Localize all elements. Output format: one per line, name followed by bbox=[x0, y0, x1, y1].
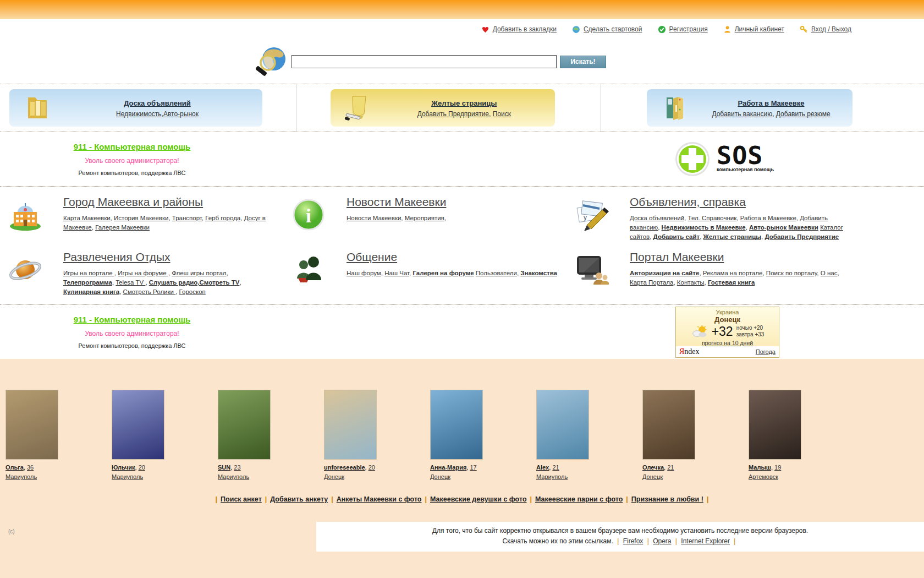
section-link[interactable]: Наш Чат bbox=[384, 270, 409, 276]
section-link[interactable]: Доска объявлений bbox=[630, 215, 684, 221]
banner-board[interactable]: Доска объявленийНедвижимость,Авто-рынок bbox=[9, 89, 262, 127]
section-title[interactable]: Город Макеевка и районы bbox=[63, 195, 203, 209]
banner-yellow-pages[interactable]: Желтые страницыДобавить Предприятие, Пои… bbox=[331, 89, 555, 127]
profile-name-link[interactable]: Олечка bbox=[642, 464, 664, 471]
section-title[interactable]: Новости Макеевки bbox=[346, 195, 446, 209]
profile-city-link[interactable]: Донецк bbox=[642, 473, 663, 480]
section-link[interactable]: Пользователи bbox=[476, 270, 517, 276]
profile-photo[interactable] bbox=[642, 390, 695, 460]
profile-age-link[interactable]: 21 bbox=[667, 464, 674, 471]
profile-name-link[interactable]: Ольга bbox=[6, 464, 24, 471]
section-link[interactable]: Желтые страницы bbox=[703, 233, 762, 240]
footer-browser-link[interactable]: Opera bbox=[653, 537, 671, 545]
profile-city-link[interactable]: Мариуполь bbox=[112, 473, 143, 480]
banner-link[interactable]: Поиск bbox=[493, 110, 511, 118]
section-link[interactable]: Контакты bbox=[677, 279, 705, 286]
banner-link[interactable]: Добавить Предприятие bbox=[417, 110, 489, 118]
banner-title[interactable]: Работа в Макеевке bbox=[738, 99, 804, 107]
profile-photo[interactable] bbox=[749, 390, 801, 460]
section-link[interactable]: Недвижимость в Макеевке bbox=[662, 224, 746, 231]
section-link[interactable]: Галерея Макеевки bbox=[95, 224, 150, 231]
section-link[interactable]: Новости Макеевки bbox=[346, 215, 401, 221]
anketa-link[interactable]: Макеевские девушки с фото bbox=[430, 495, 527, 503]
profile-city-link[interactable]: Мариуполь bbox=[6, 473, 37, 480]
weather-pogoda-link[interactable]: Погода bbox=[756, 348, 776, 355]
profile-age-link[interactable]: 21 bbox=[552, 464, 559, 471]
promo-911-link[interactable]: 911 - Компьютерная помощь bbox=[74, 142, 191, 151]
profile-age-link[interactable]: 19 bbox=[774, 464, 781, 471]
profile-photo[interactable] bbox=[6, 390, 58, 460]
footer-browser-link[interactable]: Firefox bbox=[623, 537, 644, 545]
footer-browser-link[interactable]: Internet Explorer bbox=[681, 537, 730, 545]
section-link[interactable]: Мероприятия bbox=[405, 215, 444, 221]
section-title[interactable]: Портал Макеевки bbox=[630, 250, 724, 264]
section-link[interactable]: О нас bbox=[821, 270, 838, 276]
banner-link[interactable]: Добавить резюме bbox=[776, 110, 831, 118]
section-link[interactable]: Тел. Справочник bbox=[688, 215, 737, 221]
profile-age-link[interactable]: 23 bbox=[234, 464, 240, 471]
section-link[interactable]: Авторизация на сайте bbox=[630, 270, 699, 276]
section-link[interactable]: Гороскоп bbox=[179, 288, 206, 295]
section-link[interactable]: Флеш игры портал bbox=[172, 270, 226, 276]
section-link[interactable]: Авто-рынок Макеевки bbox=[749, 224, 818, 231]
anketa-link[interactable]: Анкеты Макеевки с фото bbox=[337, 495, 422, 503]
banner-title[interactable]: Доска объявлений bbox=[124, 99, 191, 107]
profile-name-link[interactable]: Alex bbox=[536, 464, 549, 471]
profile-photo[interactable] bbox=[536, 390, 589, 460]
profile-city-link[interactable]: Мариуполь bbox=[536, 473, 568, 480]
profile-name-link[interactable]: Юльчик bbox=[112, 464, 135, 471]
profile-city-link[interactable]: Донецк bbox=[430, 473, 450, 480]
topbar-link-bookmark[interactable]: Добавить в закладки bbox=[481, 25, 557, 34]
topbar-link-login[interactable]: Вход / Выход bbox=[800, 25, 851, 34]
sos-logo[interactable]: SOS компьютерная помощь bbox=[675, 141, 774, 177]
section-link[interactable]: Карта Портала bbox=[630, 279, 673, 286]
profile-age-link[interactable]: 36 bbox=[27, 464, 34, 471]
profile-city-link[interactable]: Артемовск bbox=[749, 473, 778, 480]
anketa-link[interactable]: Поиск анкет bbox=[221, 495, 262, 503]
profile-photo[interactable] bbox=[112, 390, 164, 460]
section-link[interactable]: Игры на форуме bbox=[118, 270, 168, 276]
section-link[interactable]: Карта Макеевки bbox=[63, 215, 111, 221]
profile-age-link[interactable]: 20 bbox=[369, 464, 375, 471]
section-title[interactable]: Объявления, справка bbox=[630, 195, 746, 209]
profile-photo[interactable] bbox=[430, 390, 483, 460]
profile-age-link[interactable]: 17 bbox=[470, 464, 476, 471]
section-link[interactable]: Добавить сайт bbox=[653, 233, 700, 240]
banner-link[interactable]: Недвижимость bbox=[116, 110, 162, 118]
banner-link[interactable]: Авто-рынок bbox=[163, 110, 199, 118]
topbar-link-register[interactable]: Регистрация bbox=[658, 25, 708, 34]
banner-title[interactable]: Желтые страницы bbox=[431, 99, 497, 107]
banner-link[interactable]: Добавить вакансию bbox=[712, 110, 772, 118]
section-link[interactable]: Поиск по порталу bbox=[766, 270, 817, 276]
profile-name-link[interactable]: Малыш bbox=[749, 464, 771, 471]
profile-city-link[interactable]: Мариуполь bbox=[218, 473, 249, 480]
search-input[interactable] bbox=[292, 55, 557, 68]
section-link[interactable]: Игры на портале bbox=[63, 270, 114, 276]
yandex-logo[interactable]: Яndex bbox=[679, 347, 700, 356]
topbar-link-account[interactable]: Личный кабинет bbox=[723, 25, 784, 34]
weather-forecast-link[interactable]: прогноз на 10 дней bbox=[702, 340, 753, 346]
profile-photo[interactable] bbox=[324, 390, 377, 460]
profile-photo[interactable] bbox=[218, 390, 271, 460]
section-link[interactable]: Гостевая книга bbox=[708, 279, 755, 286]
section-link[interactable]: Знакомства bbox=[520, 270, 557, 276]
section-link[interactable]: Telesa TV bbox=[116, 279, 145, 286]
section-link[interactable]: Смотреть Ролики bbox=[123, 288, 176, 295]
section-link[interactable]: Слушать радио,Смотреть TV bbox=[149, 279, 240, 286]
anketa-link[interactable]: Признание в любви ! bbox=[631, 495, 703, 503]
section-link[interactable]: Герб города bbox=[205, 215, 240, 221]
section-link[interactable]: Реклама на портале bbox=[703, 270, 763, 276]
profile-city-link[interactable]: Донецк bbox=[324, 473, 344, 480]
section-link[interactable]: Работа в Макеевке bbox=[740, 215, 796, 221]
profile-name-link[interactable]: unforeseeable bbox=[324, 464, 365, 471]
promo-911-link[interactable]: 911 - Компьютерная помощь bbox=[74, 315, 191, 324]
section-link[interactable]: Наш форум bbox=[346, 270, 381, 276]
banner-jobs[interactable]: Работа в МакеевкеДобавить вакансию, Доба… bbox=[647, 89, 853, 127]
section-link[interactable]: Кулинарная книга bbox=[63, 288, 119, 295]
profile-name-link[interactable]: SUN bbox=[218, 464, 230, 471]
topbar-link-homepage[interactable]: Сделать стартовой bbox=[572, 25, 642, 34]
section-link[interactable]: Телепрограмма bbox=[63, 279, 112, 286]
anketa-link[interactable]: Макеевские парни с фото bbox=[535, 495, 623, 503]
profile-name-link[interactable]: Анна-Мария bbox=[430, 464, 466, 471]
section-link[interactable]: Добавить Предприятие bbox=[765, 233, 839, 240]
